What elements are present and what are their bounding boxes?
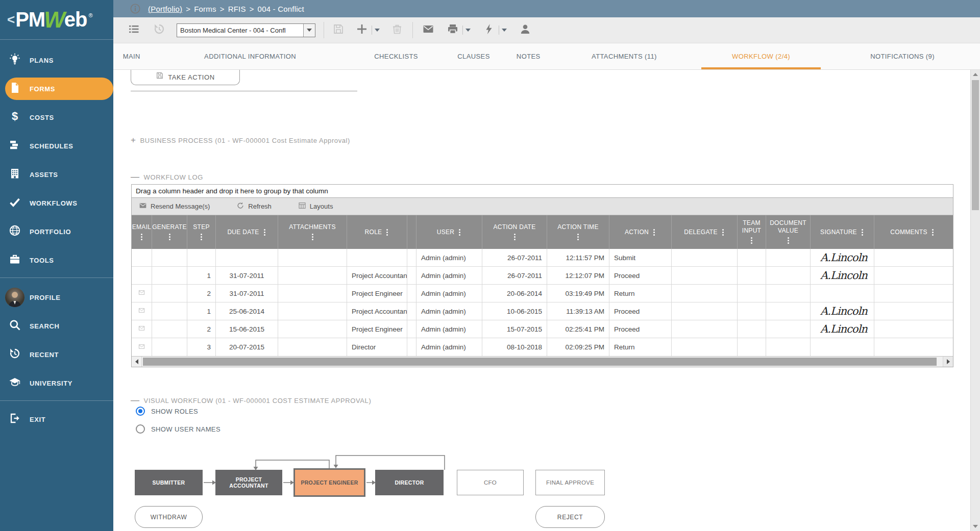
collapse-icon[interactable]: —: [131, 395, 140, 406]
toolbar-lightning-icon[interactable]: [483, 23, 507, 37]
radio-button[interactable]: [136, 424, 145, 434]
column-header-document_value[interactable]: DOCUMENT VALUE: [766, 215, 811, 249]
grid-action-resend-message-s[interactable]: Resend Message(s): [139, 201, 210, 211]
table-row[interactable]: 231-07-2011Project EngineerAdmin (admin)…: [132, 285, 953, 302]
visual-workflow-section-header[interactable]: — VISUAL WORKFLOW (01 - WF-000001 COST E…: [131, 395, 371, 406]
collapse-icon[interactable]: —: [131, 172, 140, 182]
breadcrumb-segment[interactable]: (Portfolio): [148, 5, 182, 13]
column-header-comments[interactable]: COMMENTS: [874, 215, 950, 249]
column-header-delegate[interactable]: DELEGATE: [672, 215, 738, 249]
scrollbar-thumb[interactable]: [143, 358, 937, 366]
scroll-right-arrow[interactable]: [943, 357, 953, 367]
table-row[interactable]: 215-06-2015Project EngineerAdmin (admin)…: [132, 320, 953, 338]
sidebar-item-tools[interactable]: TOOLS: [0, 246, 113, 274]
column-menu-icon[interactable]: [931, 228, 935, 237]
toolbar-numbered-list-icon[interactable]: [128, 23, 140, 37]
column-menu-icon[interactable]: [750, 236, 753, 245]
toolbar-dropdown-caret[interactable]: [372, 26, 380, 35]
sidebar-item-profile[interactable]: PROFILE: [0, 283, 113, 312]
tab-workflow-2-4[interactable]: WORKFLOW (2/4): [697, 43, 825, 69]
column-menu-icon[interactable]: [263, 228, 266, 237]
column-header-due_date[interactable]: DUE DATE: [216, 215, 278, 249]
grid-action-refresh[interactable]: Refresh: [236, 201, 272, 211]
table-row[interactable]: 125-06-2014Project AccountantAdmin (admi…: [132, 302, 953, 320]
column-header-step[interactable]: STEP: [187, 215, 216, 249]
tab-clauses[interactable]: CLAUSES: [442, 43, 505, 69]
column-menu-icon[interactable]: [385, 228, 389, 237]
workflow-node-cfo[interactable]: CFO: [457, 470, 524, 495]
workflow-node-submitter[interactable]: SUBMITTER: [135, 470, 203, 495]
tab-notes[interactable]: NOTES: [506, 43, 551, 69]
column-header-action[interactable]: ACTION: [609, 215, 672, 249]
column-header-user[interactable]: USER: [416, 215, 482, 249]
column-menu-icon[interactable]: [721, 228, 725, 237]
table-row[interactable]: 131-07-2011Project AccountantAdmin (admi…: [132, 267, 953, 285]
scroll-down-arrow[interactable]: [971, 522, 980, 531]
column-header-email[interactable]: EMAIL: [132, 215, 152, 249]
pmweb-logo[interactable]: <PMWeb®: [0, 0, 113, 40]
tab-notifications-9[interactable]: NOTIFICATIONS (9): [825, 43, 980, 69]
column-header-signature[interactable]: SIGNATURE: [811, 215, 874, 249]
sidebar-item-portfolio[interactable]: PORTFOLIO: [0, 217, 113, 246]
grid-group-hint[interactable]: Drag a column header and drop it here to…: [132, 185, 953, 198]
toolbar-person-icon[interactable]: [519, 23, 531, 37]
column-header-attachments[interactable]: ATTACHMENTS: [278, 215, 347, 249]
workflow-node-director[interactable]: DIRECTOR: [375, 470, 444, 495]
table-row[interactable]: 320-07-2015DirectorAdmin (admin)08-10-20…: [132, 338, 953, 356]
tab-checklists[interactable]: CHECKLISTS: [351, 43, 442, 69]
column-header-team_input[interactable]: TEAM INPUT: [738, 215, 766, 249]
column-menu-icon[interactable]: [652, 228, 656, 237]
workflow-node-project-engineer[interactable]: PROJECT ENGINEER: [293, 468, 365, 497]
take-action-button[interactable]: TAKE ACTION: [131, 70, 240, 85]
business-process-section-header[interactable]: + BUSINESS PROCESS (01 - WF-000001 Cost …: [131, 135, 350, 145]
workflow-log-section-header[interactable]: — WORKFLOW LOG: [131, 172, 203, 182]
column-header-generate[interactable]: GENERATE: [152, 215, 187, 249]
column-menu-icon[interactable]: [861, 228, 864, 237]
sidebar-item-recent[interactable]: RECENT: [0, 340, 113, 369]
tab-main[interactable]: MAIN: [113, 43, 150, 69]
column-menu-icon[interactable]: [168, 233, 172, 241]
record-selector-dropdown-button[interactable]: [303, 24, 315, 37]
column-menu-icon[interactable]: [513, 233, 517, 241]
toolbar-print-icon[interactable]: [447, 23, 471, 37]
column-header-action_date[interactable]: ACTION DATE: [482, 215, 547, 249]
column-menu-icon[interactable]: [458, 228, 461, 237]
sidebar-item-plans[interactable]: PLANS: [0, 46, 113, 74]
view-option-show-roles[interactable]: SHOW ROLES: [136, 407, 198, 416]
sidebar-item-costs[interactable]: $COSTS: [0, 103, 113, 132]
reject-button[interactable]: REJECT: [535, 506, 605, 528]
scroll-left-arrow[interactable]: [132, 357, 142, 367]
toolbar-mail-icon[interactable]: [422, 23, 434, 37]
grid-horizontal-scrollbar[interactable]: [132, 356, 953, 367]
sidebar-item-assets[interactable]: ASSETS: [0, 160, 113, 189]
view-option-show-user-names[interactable]: SHOW USER NAMES: [136, 424, 220, 434]
toolbar-dropdown-caret[interactable]: [499, 26, 507, 35]
sidebar-item-schedules[interactable]: SCHEDULES: [0, 132, 113, 160]
workflow-node-project-accountant[interactable]: PROJECT ACCOUNTANT: [215, 470, 282, 495]
radio-button[interactable]: [136, 407, 145, 416]
column-menu-icon[interactable]: [576, 233, 580, 241]
info-icon[interactable]: [130, 3, 141, 14]
expand-icon[interactable]: +: [131, 135, 136, 145]
column-header-role[interactable]: ROLE: [347, 215, 407, 249]
withdraw-button[interactable]: WITHDRAW: [135, 506, 203, 528]
column-menu-icon[interactable]: [140, 233, 143, 241]
sidebar-item-university[interactable]: UNIVERSITY: [0, 369, 113, 397]
scroll-up-arrow[interactable]: [971, 70, 980, 79]
sidebar-item-forms[interactable]: FORMS: [0, 74, 113, 103]
column-header-action_time[interactable]: ACTION TIME: [547, 215, 609, 249]
record-selector-value[interactable]: Boston Medical Center - 004 - Confl: [177, 24, 303, 37]
scrollbar-thumb[interactable]: [972, 80, 979, 210]
sidebar-item-search[interactable]: SEARCH: [0, 312, 113, 340]
page-vertical-scrollbar[interactable]: [970, 70, 980, 531]
sidebar-item-workflows[interactable]: WORKFLOWS: [0, 189, 113, 217]
sidebar-item-exit[interactable]: EXIT: [0, 405, 113, 434]
column-menu-icon[interactable]: [200, 233, 203, 241]
toolbar-plus-icon[interactable]: [356, 23, 380, 37]
column-menu-icon[interactable]: [787, 236, 790, 245]
tab-attachments-11[interactable]: ATTACHMENTS (11): [551, 43, 697, 69]
column-menu-icon[interactable]: [311, 233, 314, 241]
tab-additional-information[interactable]: ADDITIONAL INFORMATION: [150, 43, 351, 69]
toolbar-dropdown-caret[interactable]: [462, 26, 471, 35]
workflow-node-final-approve[interactable]: FINAL APPROVE: [535, 470, 605, 495]
